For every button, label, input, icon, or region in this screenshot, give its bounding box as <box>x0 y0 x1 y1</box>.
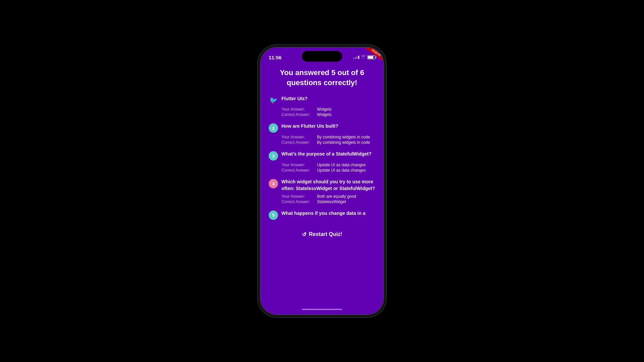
battery-icon <box>367 55 375 59</box>
restart-icon: ↺ <box>302 231 306 238</box>
correct-answer-value-4: StatelessWidget <box>317 199 346 204</box>
correct-answer-row-3: Correct Answer: Update UI as data change… <box>281 168 375 173</box>
question-item-4: 4 Which widget should you try to use mor… <box>269 179 375 204</box>
answers-3: Your Answer: Update UI as data changes C… <box>281 163 375 173</box>
question-text-2: How are Flutter UIs built? <box>281 123 375 130</box>
your-answer-row-4: Your Answer: Both are equally good <box>281 194 375 199</box>
your-answer-value-3: Update UI as data changes <box>317 163 366 167</box>
home-indicator <box>261 304 383 314</box>
result-title: You answered 5 out of 6questions correct… <box>269 68 375 87</box>
answers-4: Your Answer: Both are equally good Corre… <box>281 194 375 204</box>
question-text-5: What happens if you change data in a <box>281 210 375 217</box>
answers-2: Your Answer: By combining widgets in cod… <box>281 135 375 145</box>
home-bar <box>302 309 342 310</box>
question-item-1: 🐦 Flutter UIs? Your Answer: Widgets Corr… <box>269 96 375 117</box>
quiz-result-content: You answered 5 out of 6questions correct… <box>261 64 383 304</box>
correct-answer-row-4: Correct Answer: StatelessWidget <box>281 199 375 204</box>
question-item-3: 3 What's the purpose of a StatefulWidget… <box>269 151 375 173</box>
correct-answer-value-1: Widgets <box>317 112 331 117</box>
your-answer-label-2: Your Answer: <box>281 135 315 139</box>
correct-answer-value-3: Update UI as data changes <box>317 168 366 173</box>
question-header-2: 2 How are Flutter UIs built? <box>269 123 375 133</box>
your-answer-row-3: Your Answer: Update UI as data changes <box>281 163 375 167</box>
question-text-1: Flutter UIs? <box>281 96 375 102</box>
phone-screen: DEBUG 11:56 <box>261 48 383 314</box>
phone-device: DEBUG 11:56 <box>260 47 384 315</box>
your-answer-label-4: Your Answer: <box>281 194 315 199</box>
status-bar: 11:56 <box>261 48 383 64</box>
question-text-4: Which widget should you try to use more … <box>281 179 375 192</box>
question-number-2: 2 <box>269 123 278 133</box>
question-header-3: 3 What's the purpose of a StatefulWidget… <box>269 151 375 161</box>
question-item-5: 5 What happens if you change data in a <box>269 210 375 220</box>
question-header-5: 5 What happens if you change data in a <box>269 210 375 220</box>
your-answer-label-1: Your Answer: <box>281 107 315 112</box>
your-answer-row-2: Your Answer: By combining widgets in cod… <box>281 135 375 139</box>
your-answer-label-3: Your Answer: <box>281 163 315 167</box>
question-number-3: 3 <box>269 151 278 161</box>
question-header-4: 4 Which widget should you try to use mor… <box>269 179 375 192</box>
dynamic-island <box>302 51 342 62</box>
correct-answer-row-1: Correct Answer: Widgets <box>281 112 375 117</box>
your-answer-value-1: Widgets <box>317 107 331 112</box>
correct-answer-value-2: By combining widgets in code <box>317 140 370 145</box>
correct-answer-row-2: Correct Answer: By combining widgets in … <box>281 140 375 145</box>
signal-strength-icon <box>353 56 359 59</box>
correct-answer-label-3: Correct Answer: <box>281 168 315 173</box>
wifi-icon <box>361 55 366 60</box>
restart-label: Restart Quiz! <box>309 231 342 237</box>
your-answer-value-2: By combining widgets in code <box>317 135 370 139</box>
status-time: 11:56 <box>269 55 281 60</box>
your-answer-value-4: Both are equally good <box>317 194 356 199</box>
question-header-1: 🐦 Flutter UIs? <box>269 96 375 105</box>
question-text-3: What's the purpose of a StatefulWidget? <box>281 151 375 158</box>
question-number-5: 5 <box>269 210 278 220</box>
correct-answer-label-2: Correct Answer: <box>281 140 315 145</box>
your-answer-row-1: Your Answer: Widgets <box>281 107 375 112</box>
restart-quiz-button[interactable]: ↺ Restart Quiz! <box>269 226 375 243</box>
check-icon-q1: 🐦 <box>269 96 278 105</box>
status-icons <box>353 55 375 60</box>
correct-answer-label-4: Correct Answer: <box>281 199 315 204</box>
correct-answer-label-1: Correct Answer: <box>281 112 315 117</box>
question-number-4: 4 <box>269 179 278 188</box>
answers-1: Your Answer: Widgets Correct Answer: Wid… <box>281 107 375 117</box>
question-item-2: 2 How are Flutter UIs built? Your Answer… <box>269 123 375 145</box>
